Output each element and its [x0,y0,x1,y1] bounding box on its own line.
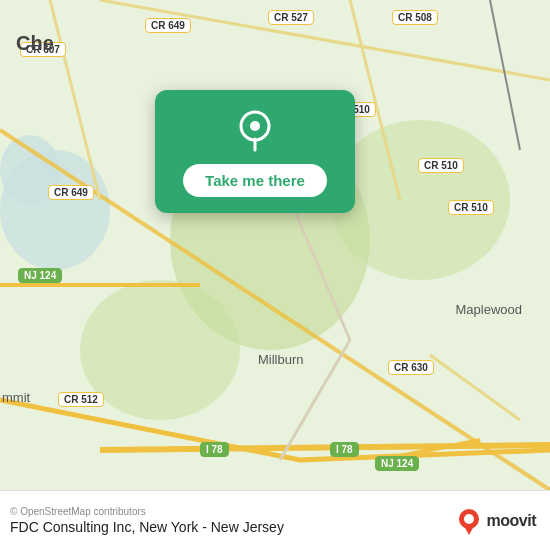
road-label-i78-right: I 78 [330,442,359,457]
moovit-logo: moovit [455,507,536,535]
road-label-cr510-mid: CR 510 [418,158,464,173]
popup-card: Take me there [155,90,355,213]
road-label-cr512: CR 512 [58,392,104,407]
location-pin-icon [233,108,277,152]
attribution-text: © OpenStreetMap contributors [10,506,284,517]
che-label: Che [16,32,54,55]
road-label-cr649-bot: CR 649 [48,185,94,200]
road-label-cr508: CR 508 [392,10,438,25]
location-label: FDC Consulting Inc, New York - New Jerse… [10,519,284,535]
bottom-info: © OpenStreetMap contributors FDC Consult… [10,506,284,535]
road-label-cr649-top: CR 649 [145,18,191,33]
summit-label: mmit [2,390,30,405]
road-label-cr510-right: CR 510 [448,200,494,215]
moovit-text: moovit [487,512,536,530]
road-label-nj124-left: NJ 124 [18,268,62,283]
road-label-cr527: CR 527 [268,10,314,25]
map-container: Che CR 607 CR 649 CR 527 CR 508 CR 510 C… [0,0,550,490]
moovit-icon [455,507,483,535]
road-label-nj124-bot: NJ 124 [375,456,419,471]
maplewood-label: Maplewood [456,302,523,317]
millburn-label: Millburn [258,352,304,367]
svg-point-24 [464,514,474,524]
svg-point-21 [250,121,260,131]
take-me-there-button[interactable]: Take me there [183,164,327,197]
svg-point-5 [80,280,240,420]
road-label-i78: I 78 [200,442,229,457]
road-label-cr630: CR 630 [388,360,434,375]
svg-marker-25 [464,526,474,535]
bottom-bar: © OpenStreetMap contributors FDC Consult… [0,490,550,550]
